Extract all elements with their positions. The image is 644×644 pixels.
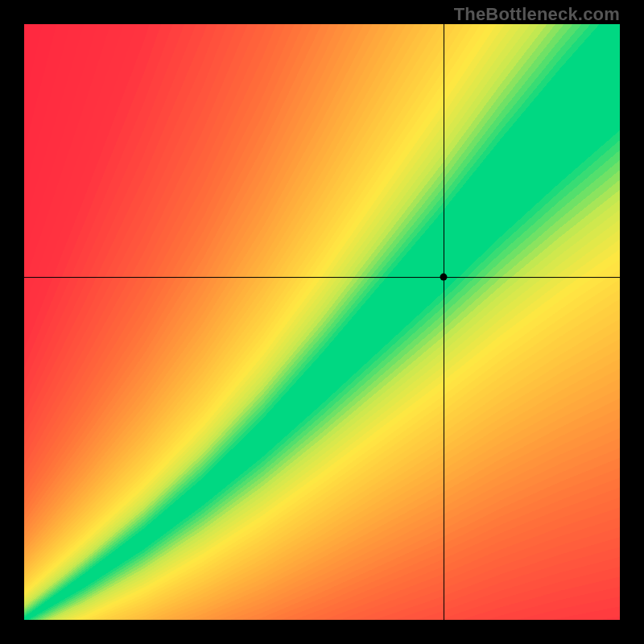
chart-frame: TheBottleneck.com xyxy=(0,0,644,644)
watermark-text: TheBottleneck.com xyxy=(454,4,620,25)
bottleneck-heatmap xyxy=(24,24,620,620)
